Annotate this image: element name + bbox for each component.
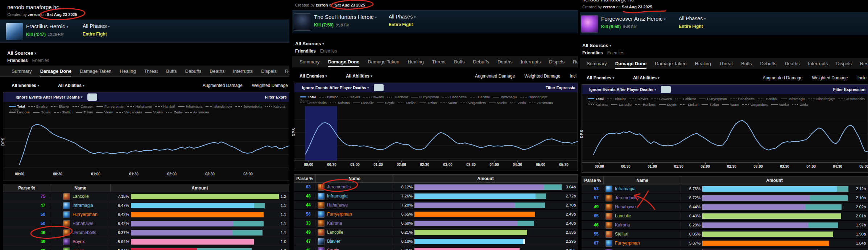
legend-item[interactable]: Rurikrex — [635, 102, 656, 107]
legend-item[interactable]: Stellari — [680, 102, 698, 107]
legend-item[interactable]: Furryerpman — [411, 94, 439, 100]
friendlies-link[interactable]: Friendlies — [582, 50, 603, 55]
tab-healing[interactable]: Healing — [408, 56, 424, 67]
filter-expression-link[interactable]: Filter Expression — [833, 87, 865, 92]
tab-damage-taken[interactable]: Damage Taken — [80, 66, 111, 76]
legend-item[interactable]: Zerla — [510, 100, 526, 105]
legend-item[interactable]: Inframagia — [781, 96, 805, 101]
player-name[interactable]: Lancolie — [73, 194, 89, 199]
legend-item[interactable]: Varganders — [742, 102, 768, 107]
tab-interrupts[interactable]: Interrupts — [233, 66, 253, 76]
table-row[interactable]: 53Inframagia6.76%2.12b — [582, 184, 868, 193]
table-row[interactable]: 22Tizían5.84%1.0 — [3, 246, 289, 250]
col-header-name[interactable]: Name — [316, 175, 393, 182]
tab-threat[interactable]: Threat — [432, 56, 446, 67]
legend-item[interactable]: Hanibàl — [758, 96, 777, 101]
legend-item[interactable]: Blavier — [342, 94, 360, 100]
link-incl[interactable]: Incl — [570, 74, 576, 79]
table-row[interactable]: 46Kalrona6.29%1.97b — [582, 221, 868, 230]
phases-dropdown[interactable]: All Phases ▾ — [389, 14, 416, 20]
player-name[interactable]: Blavier — [327, 239, 340, 244]
col-header-amount[interactable]: Amount — [393, 175, 578, 182]
tab-summary[interactable]: Summary — [12, 66, 32, 76]
filter-dropdown-all-abilities[interactable]: All Abilities ▾ — [346, 74, 382, 79]
table-row[interactable]: 49Jeromebolts6.37%1.1 — [3, 228, 289, 237]
legend-item[interactable]: Cawaen — [73, 104, 93, 109]
legend-item[interactable]: Vaarn — [440, 100, 457, 105]
tab-resou[interactable]: Resou — [573, 56, 578, 67]
tab-deaths[interactable]: Deaths — [785, 58, 799, 69]
link-weighted-damage[interactable]: Weighted Damage — [812, 75, 848, 80]
phases-dropdown[interactable]: All Phases ▾ — [83, 23, 110, 29]
player-name[interactable]: Inframagia — [327, 193, 348, 199]
tab-healing[interactable]: Healing — [695, 58, 711, 69]
legend-item[interactable]: Soyrix — [33, 109, 50, 115]
filter-dropdown-all-abilities[interactable]: All Abilities ▾ — [58, 83, 94, 88]
legend-item[interactable]: Binalco — [319, 94, 338, 100]
dps-chart[interactable] — [3, 116, 289, 170]
col-header-amount[interactable]: Amount — [681, 176, 868, 184]
legend-item[interactable]: Fahbear — [387, 94, 408, 100]
table-row[interactable]: 45Soyrix5.81%2.18b — [294, 246, 578, 250]
col-header-name[interactable]: Name — [604, 176, 681, 184]
table-row[interactable]: 67Furryerpman5.87%1.84b — [582, 239, 868, 248]
legend-item[interactable]: Cawaen — [363, 94, 384, 100]
sources-dropdown[interactable]: All Sources ▾ — [295, 41, 324, 46]
legend-item[interactable]: Varganders — [116, 109, 142, 115]
table-row[interactable]: 49Hahahawe6.44%2.02b — [582, 203, 868, 212]
table-row[interactable]: 49Lancolie6.21%2.33b — [294, 228, 578, 237]
legend-item[interactable]: Blavier — [629, 96, 648, 101]
legend-item[interactable]: Zerla — [792, 102, 808, 107]
friendlies-link[interactable]: Friendlies — [7, 58, 28, 63]
legend-item[interactable]: Cawaen — [651, 96, 672, 101]
player-name[interactable]: Soyrix — [73, 239, 84, 244]
link-augmented-damage[interactable]: Augmented Damage — [203, 83, 243, 88]
col-header-parse[interactable]: Parse % — [3, 184, 50, 192]
player-name[interactable]: Furryerpman — [327, 212, 352, 217]
col-header-parse[interactable]: Parse % — [294, 175, 316, 182]
table-row[interactable]: Soyrix — [582, 248, 868, 250]
legend-item[interactable]: Jeromebolts — [235, 104, 262, 109]
col-header-name[interactable]: Name — [50, 184, 111, 192]
player-name[interactable]: Furryerpman — [73, 212, 98, 217]
tab-interrupts[interactable]: Interrupts — [808, 58, 828, 69]
col-header-parse[interactable]: Parse % — [582, 176, 604, 184]
ignore-events-toggle[interactable] — [661, 86, 671, 93]
table-row[interactable]: 49Soyrix5.94%1.0 — [3, 237, 289, 246]
table-row[interactable]: 48Inframagia7.26%2.72b — [294, 192, 578, 201]
legend-item[interactable]: Soyrix — [659, 102, 677, 107]
legend-item[interactable]: Hahahawe — [730, 96, 755, 101]
enemies-link[interactable]: Enemies — [32, 58, 49, 63]
tab-damage-done[interactable]: Damage Done — [328, 56, 360, 67]
legend-item[interactable]: Stellari — [398, 100, 416, 105]
link-augmented-damage[interactable]: Augmented Damage — [475, 74, 515, 79]
dps-chart[interactable] — [582, 108, 868, 162]
tab-deaths[interactable]: Deaths — [210, 66, 224, 76]
ignore-events-dropdown[interactable]: Ignore Events After Player Deaths ▾ — [16, 95, 82, 99]
legend-item[interactable]: Kalrona — [265, 104, 285, 109]
boss-name-dropdown[interactable]: The Soul Hunters Heroic ▾ — [314, 14, 377, 20]
tab-debuffs[interactable]: Debuffs — [473, 56, 489, 67]
table-row[interactable]: 56Furryerpman6.65%2.49b — [294, 210, 578, 219]
table-row[interactable]: 47Inframagia6.47%1.1 — [3, 201, 289, 210]
tab-re[interactable]: Re — [285, 66, 289, 76]
player-name[interactable]: Tizían — [73, 248, 84, 250]
filter-expression-link[interactable]: Filter Expre — [265, 95, 287, 99]
player-name[interactable]: Inframagia — [73, 203, 93, 208]
player-name[interactable]: Jeromebolts — [327, 184, 351, 189]
tab-threat[interactable]: Threat — [719, 58, 733, 69]
table-row[interactable]: 65Lancolie6.43%2.01b — [582, 212, 868, 221]
tab-dispels[interactable]: Dispels — [549, 56, 565, 67]
player-name[interactable]: Hahahawe — [73, 221, 93, 226]
tab-debuffs[interactable]: Debuffs — [185, 66, 202, 76]
table-row[interactable]: 44Hahahawe7.20%2.70b — [294, 201, 578, 210]
legend-item[interactable]: Антимона — [529, 100, 553, 105]
player-name[interactable]: Jeromebolts — [615, 195, 638, 200]
tab-deaths[interactable]: Deaths — [497, 56, 512, 67]
player-name[interactable]: Kalrona — [327, 221, 342, 226]
table-row[interactable]: 75Lancolie7.15%1.2 — [3, 192, 289, 201]
legend-item[interactable]: Lancolie — [353, 100, 374, 105]
legend-item[interactable]: Varganders — [460, 100, 486, 105]
legend-item[interactable]: Kalrona — [330, 100, 350, 105]
table-row[interactable]: 57Jeromebolts6.72%2.10b — [582, 193, 868, 203]
